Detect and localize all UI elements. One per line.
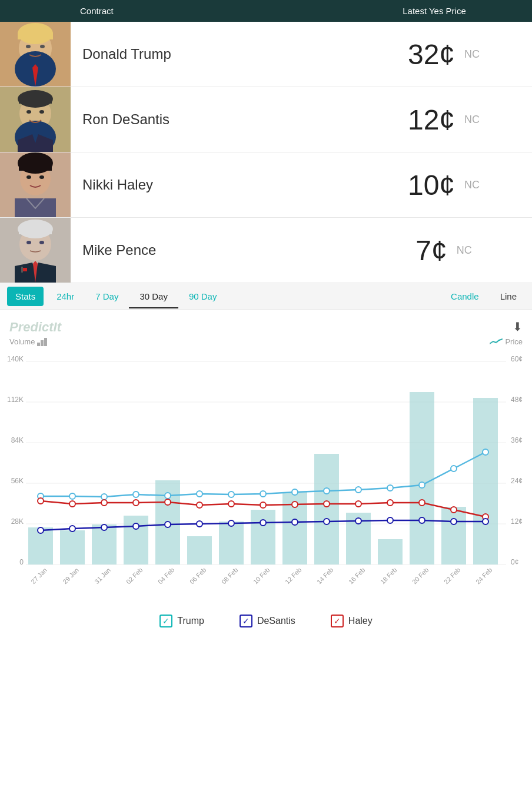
svg-text:24 Feb: 24 Feb: [474, 566, 494, 586]
table-header: Contract Latest Yes Price: [0, 0, 532, 22]
svg-rect-62: [410, 392, 434, 564]
volume-label: Volume: [9, 337, 48, 346]
contract-row[interactable]: Nikki Haley10¢NC: [0, 152, 532, 218]
contract-price-area: 10¢NC: [355, 169, 532, 201]
contract-row[interactable]: Mike Pence7¢NC: [0, 218, 532, 283]
contract-column-header: Contract: [9, 6, 346, 16]
svg-point-66: [69, 493, 75, 499]
tab-90day[interactable]: 90 Day: [178, 284, 228, 308]
svg-point-84: [165, 499, 171, 505]
svg-rect-28: [21, 267, 23, 273]
desantis-checkbox[interactable]: ✓: [240, 615, 252, 627]
svg-text:20 Feb: 20 Feb: [411, 566, 430, 586]
contract-list: Donald Trump32¢NC Ron DeSantis12¢NC: [0, 22, 532, 283]
svg-point-86: [228, 501, 234, 507]
svg-text:36¢: 36¢: [511, 436, 523, 444]
svg-text:06 Feb: 06 Feb: [188, 566, 208, 586]
svg-rect-59: [314, 454, 339, 564]
svg-point-68: [133, 492, 139, 497]
desantis-label: DeSantis: [257, 616, 295, 626]
svg-point-67: [101, 494, 107, 500]
svg-point-98: [133, 523, 139, 529]
svg-rect-56: [219, 522, 244, 564]
contract-change: NC: [457, 244, 472, 257]
tab-stats[interactable]: Stats: [7, 287, 44, 306]
trump-checkbox[interactable]: ✓: [159, 615, 172, 627]
contract-row[interactable]: Ron DeSantis12¢NC: [0, 87, 532, 152]
svg-point-13: [39, 110, 44, 114]
price-column-header: Latest Yes Price: [346, 6, 523, 16]
tab-24hr[interactable]: 24hr: [46, 284, 85, 308]
svg-point-79: [483, 449, 488, 455]
svg-point-97: [101, 524, 107, 530]
svg-point-109: [483, 519, 488, 524]
tab-30day[interactable]: 30 Day: [129, 284, 178, 308]
svg-point-72: [260, 491, 266, 497]
svg-point-69: [165, 493, 171, 499]
svg-text:0: 0: [19, 558, 24, 566]
svg-point-93: [451, 507, 457, 513]
svg-point-6: [40, 45, 45, 48]
svg-point-88: [292, 502, 298, 507]
svg-text:29 Jan: 29 Jan: [61, 566, 80, 585]
svg-point-70: [197, 491, 202, 497]
svg-rect-30: [41, 340, 44, 346]
svg-point-83: [133, 500, 139, 506]
svg-point-5: [26, 45, 31, 48]
chart-svg-area: 140K 112K 84K 56K 28K 0 60¢ 48¢ 36¢ 24¢ …: [5, 351, 527, 600]
svg-point-92: [419, 500, 425, 506]
svg-rect-51: [60, 530, 85, 564]
chart-controls: Volume Price: [5, 337, 527, 351]
contract-avatar: [0, 22, 71, 87]
svg-point-81: [69, 501, 75, 507]
svg-point-102: [260, 520, 266, 526]
svg-point-71: [228, 492, 234, 497]
svg-text:12¢: 12¢: [511, 517, 523, 526]
svg-point-90: [355, 501, 361, 507]
tabs-bar: Stats 24hr 7 Day 30 Day 90 Day Candle Li…: [0, 283, 532, 310]
svg-point-25: [26, 241, 31, 244]
svg-text:10 Feb: 10 Feb: [252, 566, 271, 586]
svg-rect-64: [473, 398, 498, 564]
tab-candle[interactable]: Candle: [440, 284, 490, 308]
svg-point-80: [38, 498, 44, 504]
svg-rect-55: [187, 536, 212, 564]
chart-logo: PredictIt: [5, 320, 527, 335]
svg-point-106: [387, 517, 393, 523]
contract-row[interactable]: Donald Trump32¢NC: [0, 22, 532, 87]
svg-text:24¢: 24¢: [511, 477, 523, 485]
svg-point-74: [324, 488, 330, 494]
svg-point-75: [355, 487, 361, 493]
haley-checkbox[interactable]: ✓: [331, 615, 344, 627]
svg-rect-17: [19, 162, 52, 171]
svg-rect-4: [18, 32, 53, 39]
svg-rect-29: [37, 343, 40, 346]
svg-point-73: [292, 489, 298, 495]
svg-rect-61: [378, 539, 403, 564]
svg-text:27 Jan: 27 Jan: [29, 566, 48, 585]
tab-7day[interactable]: 7 Day: [85, 284, 129, 308]
svg-point-100: [197, 521, 202, 527]
svg-text:12 Feb: 12 Feb: [284, 566, 303, 586]
svg-rect-24: [19, 228, 52, 234]
contract-price: 10¢: [408, 169, 455, 201]
svg-rect-11: [19, 98, 52, 104]
main-chart: 140K 112K 84K 56K 28K 0 60¢ 48¢ 36¢ 24¢ …: [5, 351, 527, 598]
svg-text:112K: 112K: [7, 396, 24, 404]
price-icon: [490, 338, 503, 346]
svg-point-26: [39, 241, 44, 244]
legend-haley: ✓ Haley: [331, 615, 373, 627]
tab-line[interactable]: Line: [490, 284, 527, 308]
svg-point-105: [355, 518, 361, 524]
svg-point-107: [419, 517, 425, 523]
contract-avatar: [0, 218, 71, 283]
svg-point-99: [165, 522, 171, 527]
svg-point-95: [38, 527, 44, 533]
svg-text:18 Feb: 18 Feb: [379, 566, 398, 586]
download-button[interactable]: ⬇: [513, 320, 523, 334]
contract-name: Nikki Haley: [71, 177, 355, 193]
svg-text:28K: 28K: [11, 517, 24, 526]
svg-point-12: [26, 110, 31, 114]
contract-avatar: [0, 152, 71, 217]
svg-text:31 Jan: 31 Jan: [93, 566, 112, 585]
